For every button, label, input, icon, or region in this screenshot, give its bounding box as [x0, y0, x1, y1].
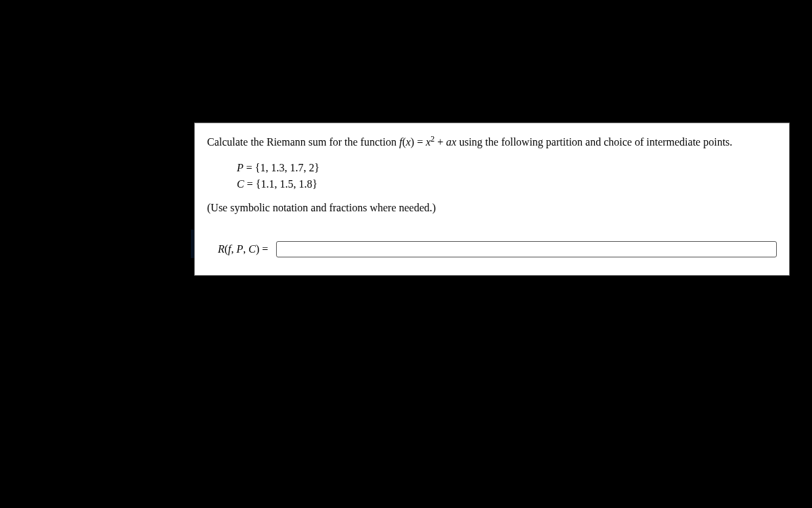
func-close-eq: ) = — [411, 136, 426, 148]
answer-row: R(f, P, C) = — [218, 241, 777, 257]
given-values: P = {1, 1.3, 1.7, 2} C = {1.1, 1.5, 1.8} — [237, 160, 777, 192]
instruction-note: (Use symbolic notation and fractions whe… — [207, 202, 777, 214]
func-x2: x — [451, 136, 456, 148]
C-value: = {1.1, 1.5, 1.8} — [244, 178, 317, 190]
question-panel: Calculate the Riemann sum for the functi… — [194, 123, 790, 276]
ans-C: C — [248, 243, 256, 255]
question-prompt: Calculate the Riemann sum for the functi… — [207, 134, 777, 150]
answer-label: R(f, P, C) = — [218, 243, 268, 255]
partition-P: P = {1, 1.3, 1.7, 2} — [237, 160, 777, 176]
P-value: = {1, 1.3, 1.7, 2} — [244, 162, 319, 173]
P-label: P — [237, 162, 244, 173]
C-label: C — [237, 178, 244, 190]
func-var: x — [406, 136, 411, 148]
ans-P: P — [237, 243, 244, 255]
choice-C: C = {1.1, 1.5, 1.8} — [237, 176, 777, 192]
prompt-intro-pre: Calculate the Riemann sum for the functi… — [207, 136, 399, 148]
prompt-intro-post: using the following partition and choice… — [459, 136, 732, 148]
ans-R: R — [218, 243, 225, 255]
answer-input[interactable] — [276, 241, 777, 257]
ans-c1: , — [231, 243, 237, 255]
func-plus: + — [434, 136, 446, 148]
ans-close: ) = — [256, 243, 268, 255]
